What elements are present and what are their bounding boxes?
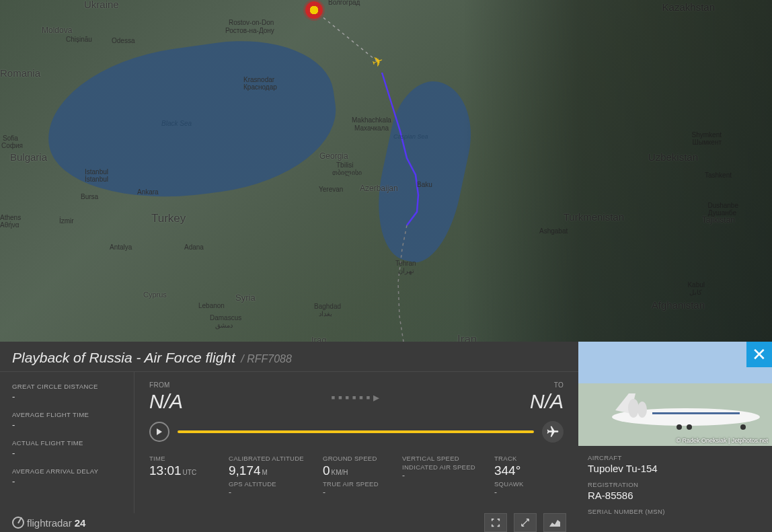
map-city-odessa: Odessa <box>112 37 134 44</box>
aircraft-type: AIRCRAFT Tupolev Tu-154 <box>588 454 763 474</box>
airplane-icon <box>546 425 559 439</box>
map-city-adana: Adana <box>184 243 204 251</box>
map-country-uzbekistan: Uzbekistan <box>648 151 698 163</box>
close-button[interactable]: ✕ <box>746 342 772 367</box>
stat-avg-delay: AVERAGE ARRIVAL DELAY - <box>12 467 122 486</box>
aircraft-registration: REGISTRATION RA-85586 <box>588 481 763 501</box>
map-city-dushanbe: Dushanbe <box>707 202 738 209</box>
play-icon <box>156 428 163 435</box>
aircraft-icon[interactable]: ✈ <box>369 52 385 71</box>
svg-point-1 <box>628 399 639 418</box>
map-city-shymkent-cyr: Шымкент <box>693 139 722 146</box>
map-city-makhachkala-cyr: Махачкала <box>354 124 389 132</box>
map-city-yerevan: Yerevan <box>319 186 343 193</box>
map-city-baghdad: Baghdad <box>314 303 341 310</box>
origin-marker[interactable] <box>305 1 323 19</box>
map-city-bursa: Bursa <box>81 193 98 200</box>
playback-progress[interactable] <box>178 430 534 433</box>
map-city-dushanbe-cyr: Душанбе <box>708 209 736 217</box>
map-city-rostov: Rostov-on-Don <box>229 19 274 26</box>
telemetry-track: TRACK 344° SQUAWK - <box>494 455 555 497</box>
chart-icon <box>549 519 560 527</box>
aircraft-silhouette <box>592 380 767 434</box>
map-country-kazakhstan: Kazakhstan <box>662 1 715 13</box>
map-country-afghanistan: Afghanistan <box>652 299 705 311</box>
svg-point-5 <box>687 424 692 430</box>
map-city-sofia-cyr: София <box>1 142 23 149</box>
map-view[interactable]: ✈ Ukraine Kazakhstan Moldova Romania Bul… <box>0 0 772 342</box>
stat-gcd: GREAT CIRCLE DISTANCE - <box>12 383 122 402</box>
title-bar: Playback of Russia - Air Force flight / … <box>0 342 578 372</box>
chart-button[interactable] <box>543 513 566 532</box>
playback-title: Playback of Russia - Air Force flight <box>12 350 235 365</box>
map-country-syria: Syria <box>235 293 256 303</box>
map-city-damascus: Damascus <box>210 314 241 321</box>
route-icon <box>520 518 530 527</box>
fullscreen-button[interactable] <box>484 513 507 532</box>
map-city-krasnodar: Krasnodar <box>243 76 274 83</box>
map-city-ashgabat: Ashgabat <box>539 227 568 235</box>
map-city-kabul-fa: کابل <box>689 289 702 296</box>
map-country-iran: Iran <box>457 333 477 342</box>
map-city-tehran-fa: تهران <box>398 267 414 274</box>
brand-logo[interactable]: flightradar24 <box>12 517 85 529</box>
svg-point-2 <box>638 402 647 418</box>
map-city-ankara: Ankara <box>137 188 159 196</box>
stat-avg-flight-time: AVERAGE FLIGHT TIME - <box>12 411 122 430</box>
map-country-ukraine: Ukraine <box>84 0 119 10</box>
route-arrow-icon: ▪▪▪▪▪▪▸ <box>230 390 483 405</box>
map-city-rostov-cyr: Ростов-на-Дону <box>225 27 274 34</box>
svg-rect-3 <box>652 412 740 414</box>
map-city-kabul: Kabul <box>687 281 705 289</box>
map-city-shymkent: Shymkent <box>692 131 722 139</box>
map-city-sofia: Sofia <box>3 135 18 142</box>
route-toggle-button[interactable] <box>514 513 537 532</box>
map-city-tehran: Tehran <box>395 260 416 267</box>
map-city-izmir: İzmir <box>59 217 74 225</box>
stat-actual-flight-time: ACTUAL FLIGHT TIME - <box>12 439 122 458</box>
photo-credit: © Radek Oneksiak | Jetphotos.net <box>676 437 768 444</box>
map-city-damascus-ar: دمشق <box>215 321 233 329</box>
map-country-azerbaijan: Azerbaijan <box>360 184 398 193</box>
fullscreen-icon <box>491 518 500 527</box>
map-country-georgia: Georgia <box>319 151 348 161</box>
map-sea-black: Black Sea <box>161 120 192 127</box>
map-country-iraq: Iraq <box>311 335 326 342</box>
close-icon: ✕ <box>752 344 767 365</box>
map-city-antalya: Antalya <box>110 243 132 251</box>
map-city-tbilisi: Tbilisi <box>336 161 354 169</box>
map-city-makhachkala: Makhachkala <box>352 116 391 124</box>
map-city-chisinau: Chișinău <box>66 36 92 43</box>
svg-point-6 <box>740 424 746 430</box>
flight-number: / RFF7088 <box>241 353 292 365</box>
svg-point-4 <box>677 424 682 430</box>
map-city-istanbul-tr: İstanbul <box>85 176 108 183</box>
map-city-tbilisi-geo: თბილისი <box>332 169 362 176</box>
map-city-istanbul: Istanbul <box>85 168 108 176</box>
aircraft-msn: SERIAL NUMBER (MSN) <box>588 508 763 517</box>
route-from: FROM N/A <box>149 381 230 413</box>
map-city-krasnodar-cyr: Краснодар <box>243 83 277 91</box>
map-city-tashkent: Tashkent <box>705 172 732 179</box>
caspian-sea <box>365 74 482 268</box>
route-to: TO N/A <box>483 381 564 413</box>
map-country-turkmenistan: Turkmenistan <box>564 211 624 223</box>
map-city-volgograd-cyr: Волгоград <box>328 0 360 6</box>
map-country-turkey: Turkey <box>151 212 186 225</box>
telemetry-time: TIME 13:01UTC <box>149 455 210 497</box>
map-country-tajikistan: Tajikistan <box>702 215 735 225</box>
map-city-baghdad-ar: بغداد <box>319 310 332 317</box>
map-country-cyprus: Cyprus <box>143 291 167 299</box>
map-country-bulgaria: Bulgaria <box>10 151 47 163</box>
map-city-athens: Athens <box>0 214 21 221</box>
aircraft-photo[interactable]: © Radek Oneksiak | Jetphotos.net <box>578 342 772 446</box>
play-button[interactable] <box>149 422 169 442</box>
telemetry-ground-speed: GROUND SPEED 0KM/H TRUE AIR SPEED - <box>323 455 383 497</box>
radar-icon <box>12 517 24 529</box>
map-sea-caspian: Caspian Sea <box>393 133 428 140</box>
map-city-baku: Baku <box>417 181 432 188</box>
info-panel: Playback of Russia - Air Force flight / … <box>0 342 772 532</box>
map-city-athens-gr: Αθήνα <box>0 221 20 229</box>
map-city-lebanon: Lebanon <box>198 302 225 309</box>
map-country-moldova: Moldova <box>42 26 72 35</box>
